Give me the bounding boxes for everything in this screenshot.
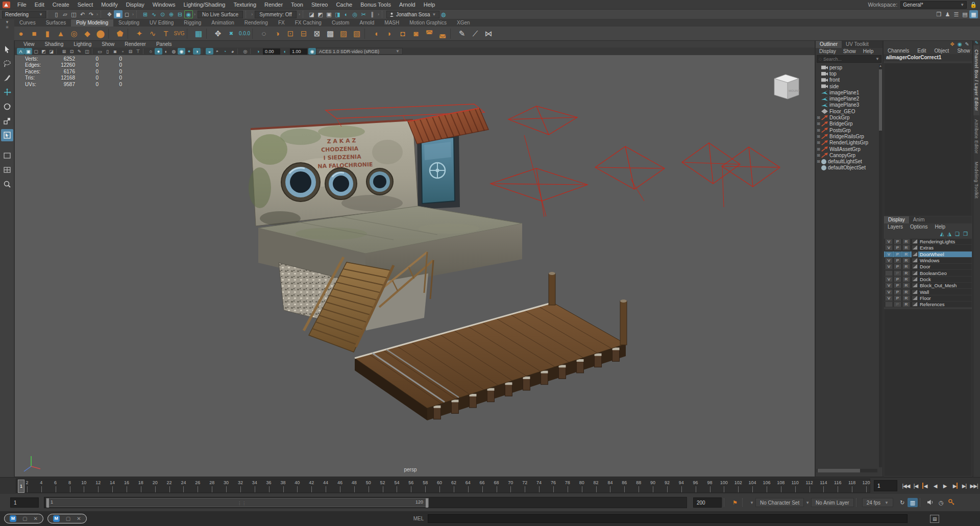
menu-cache[interactable]: Cache [332,0,356,10]
current-frame-marker[interactable]: 1 [18,480,24,493]
outliner-tab-uv-toolkit[interactable]: UV Toolkit [842,41,873,48]
step-forward-key-button[interactable]: ▶ [950,480,959,492]
menu-stereo[interactable]: Stereo [307,0,332,10]
shelf-tab-fx[interactable]: FX [273,19,290,27]
frame-tick-label[interactable]: 26 [195,480,200,485]
frame-tick[interactable] [155,486,156,492]
menu-modify[interactable]: Modify [97,0,121,10]
play-backwards-button[interactable]: ◀ [930,480,940,492]
current-frame-field[interactable]: 1 [874,480,897,491]
frame-tick[interactable] [525,486,525,492]
circularize-icon[interactable]: ◌ [257,27,271,40]
frame-tick[interactable] [639,486,639,492]
depth-of-field-icon[interactable]: ◕ [229,48,236,55]
tool-settings-toggle-icon[interactable]: ▤ [961,10,969,18]
expand-icon[interactable]: ⊞ [816,115,821,120]
layer-playback-toggle[interactable]: P [894,245,901,251]
layer-color-swatch[interactable] [912,245,918,251]
snap-view-plane-icon[interactable]: ⊟ [176,10,184,18]
quad-draw-icon[interactable]: ✎ [455,27,469,40]
frame-tick[interactable] [397,486,397,492]
anim-layer-dropdown[interactable]: No Anim Layer [811,498,854,507]
layer-color-swatch[interactable] [912,252,918,257]
shelf-tab-surfaces[interactable]: Surfaces [41,19,71,27]
frame-tick-label[interactable]: 60 [437,480,442,485]
frame-tick-label[interactable]: 62 [451,480,456,485]
frame-tick-label[interactable]: 46 [337,480,342,485]
menu-edit[interactable]: Edit [31,0,48,10]
attribute-editor-toggle-icon[interactable]: ☰ [952,10,961,18]
view-transform-dropdown[interactable]: ACES 1.0 SDR-video (sRGB)▼ [316,48,403,55]
close-window-icon[interactable]: ✕ [77,516,81,521]
layer-display-type-toggle[interactable]: R [902,283,910,288]
frame-tick[interactable] [738,486,739,492]
layer-playback-toggle[interactable]: P [894,302,901,307]
frame-tick[interactable] [795,486,796,492]
viewport-menu-lighting[interactable]: Lighting [69,41,96,47]
render-sequence-icon[interactable]: ◨ [333,10,342,18]
frame-tick-label[interactable]: 22 [167,480,172,485]
boolean-intersect-icon[interactable]: ◘ [396,27,409,40]
camera-attributes-icon[interactable]: ▢ [32,48,40,55]
symmetry-field[interactable]: Symmetry: Off [255,11,297,18]
shelf-tab-custom[interactable]: Custom [327,19,354,27]
frame-tick[interactable] [141,486,141,492]
channelbox-menu-channels[interactable]: Channels [884,47,913,54]
frame-tick-label[interactable]: 32 [238,480,243,485]
menu-arnold[interactable]: Arnold [395,0,420,10]
frame-tick[interactable] [98,486,99,492]
outliner-item-wallassetgrp[interactable]: ⊞ WallAssetGrp [816,146,878,152]
lock-camera-icon[interactable]: ▣ [24,48,32,55]
layer-color-swatch[interactable] [912,289,918,295]
shelf-tab-curves[interactable]: Curves [14,19,41,27]
frame-tick-label[interactable]: 68 [494,480,499,485]
frame-tick-label[interactable]: 50 [366,480,371,485]
fps-dropdown[interactable]: 24 fps ▼ [862,498,893,507]
boolean-ui-icon[interactable]: ▦ [192,27,205,40]
boolean-difference-icon[interactable]: ◗ [383,27,396,40]
render-current-frame-icon[interactable]: ◩ [316,10,325,18]
layer-display-type-toggle[interactable]: R [902,245,910,251]
outliner-item-dockgrp[interactable]: ⊞ DockGrp [816,114,878,120]
frame-tick[interactable] [439,486,440,492]
shelf-tab-poly-modeling[interactable]: Poly Modeling [71,19,113,27]
viewport-menu-show[interactable]: Show [97,41,119,47]
shelf-tab-rigging[interactable]: Rigging [179,19,206,27]
layer-down-icon[interactable]: ◮ [947,231,951,237]
frame-tick-label[interactable]: 12 [95,480,101,485]
undo-icon[interactable]: ↶ [78,10,87,18]
side-tab-channel-box-layer-editor[interactable]: Channel Box / Layer Editor [973,45,979,115]
wireframe-on-shaded-icon[interactable]: ◉ [178,48,185,55]
frame-tick-label[interactable]: 40 [295,480,300,485]
bridge-icon[interactable]: ◚ [423,27,436,40]
frame-tick-label[interactable]: 116 [834,480,841,485]
bookmark-add-icon[interactable]: ⚑ [730,499,740,506]
channelbox-menu-show[interactable]: Show [953,47,974,54]
frame-tick[interactable] [183,486,184,492]
frame-tick[interactable] [596,486,597,492]
remesh-icon[interactable]: ▨ [337,27,350,40]
frame-tick-label[interactable]: 54 [394,480,399,485]
frame-tick[interactable] [112,486,113,492]
frame-tick[interactable] [127,486,127,492]
channelbox-menu-object[interactable]: Object [930,47,953,54]
frame-tick-label[interactable]: 98 [707,480,712,485]
outliner-item-top[interactable]: top [816,70,878,77]
poly-cylinder-icon[interactable]: ▮ [41,27,54,40]
display-layer-booleangeo[interactable]: V P R BooleanGeo [884,270,972,276]
frame-tick-label[interactable]: 86 [622,480,627,485]
playback-loop-icon[interactable]: ↻ [897,499,908,506]
layer-color-swatch[interactable] [912,283,918,288]
humanik-toggle-icon[interactable]: ♟ [943,10,952,18]
frame-tick-label[interactable]: 4 [40,480,42,485]
speed-state-icon[interactable]: ◉ [958,41,962,47]
frame-tick-label[interactable]: 8 [68,480,71,485]
frame-tick[interactable] [866,486,867,492]
range-grip[interactable]: ⋮⋮ [237,501,247,506]
expand-icon[interactable]: ⊞ [816,121,821,126]
exposure-icon[interactable]: ◑ [254,48,262,55]
shelf-tab-motion-graphics[interactable]: Motion Graphics [404,19,452,27]
frame-tick[interactable] [340,486,340,492]
snap-point-icon[interactable]: ⊙ [158,10,167,18]
frame-tick[interactable] [468,486,469,492]
